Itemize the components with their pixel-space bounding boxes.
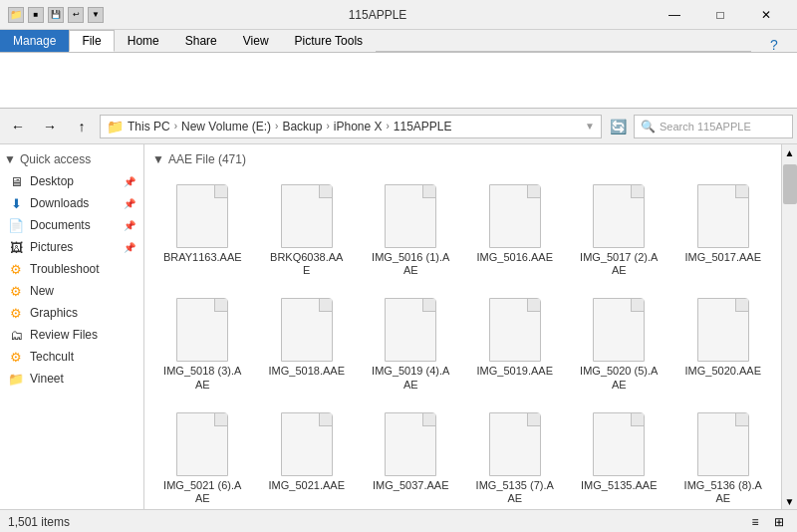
item-count: 1,501 items	[8, 515, 70, 529]
pin-icon-desktop: 📌	[124, 176, 135, 187]
file-name: IMG_5135 (7).AAE	[475, 479, 555, 505]
sidebar-label-troubleshoot: Troubleshoot	[30, 262, 100, 276]
title-bar-icons: 📁 ■ 💾 ↩ ▼	[8, 7, 104, 23]
forward-button[interactable]: →	[36, 113, 64, 140]
file-name: IMG_5019 (4).AAE	[371, 365, 450, 391]
file-page	[176, 298, 228, 362]
title-bar: 📁 ■ 💾 ↩ ▼ 115APPLE — □ ✕	[0, 0, 797, 30]
file-page	[281, 184, 333, 248]
list-view-button[interactable]: ≡	[745, 512, 765, 532]
window-title: 115APPLE	[104, 8, 652, 22]
file-page	[593, 184, 645, 248]
downloads-icon: ⬇	[8, 195, 24, 211]
file-name: IMG_5037.AAE	[373, 479, 448, 492]
folder-icon: 📁	[107, 119, 124, 134]
sidebar-item-pictures[interactable]: 🖼 Pictures 📌	[0, 236, 143, 258]
file-item[interactable]: IMG_5019 (4).AAE	[361, 288, 461, 398]
file-item[interactable]: IMG_5018 (3).AAE	[152, 288, 253, 398]
sidebar-item-documents[interactable]: 📄 Documents 📌	[0, 214, 143, 236]
file-icon	[589, 295, 649, 365]
documents-icon: 📄	[8, 217, 24, 233]
tab-share[interactable]: Share	[172, 30, 230, 52]
window-controls[interactable]: — □ ✕	[652, 0, 789, 30]
ribbon-content	[0, 52, 797, 108]
file-name: IMG_5019.AAE	[477, 365, 553, 378]
file-item[interactable]: BRKQ6038.AAE	[257, 174, 358, 284]
quick-access-label: Quick access	[20, 152, 91, 166]
file-page	[489, 412, 541, 476]
path-115apple[interactable]: 115APPLE	[394, 120, 452, 133]
file-page	[385, 298, 436, 362]
file-item[interactable]: IMG_5017 (2).AAE	[569, 174, 669, 284]
graphics-icon: ⚙	[8, 305, 24, 321]
content-area: ▼ AAE File (471) BRAY1163.AAE BRKQ6038.A…	[144, 144, 781, 509]
grid-view-button[interactable]: ⊞	[769, 512, 789, 532]
file-icon	[381, 181, 440, 251]
file-item[interactable]: IMG_5136 (8).AAE	[673, 402, 774, 509]
new-icon: ⚙	[8, 283, 24, 299]
save-icon: 💾	[48, 7, 64, 23]
file-item[interactable]: IMG_5135.AAE	[569, 402, 669, 509]
file-grid: BRAY1163.AAE BRKQ6038.AAE IMG_5016 (1).A…	[152, 174, 773, 509]
scroll-down-button[interactable]: ▼	[782, 493, 798, 509]
sidebar-label-new: New	[30, 284, 54, 298]
sidebar-item-troubleshoot[interactable]: ⚙ Troubleshoot	[0, 258, 143, 280]
tab-home[interactable]: Home	[115, 30, 172, 52]
sidebar-item-desktop[interactable]: 🖥 Desktop 📌	[0, 170, 143, 192]
sidebar-item-review-files[interactable]: 🗂 Review Files	[0, 324, 143, 346]
file-page	[697, 184, 749, 248]
search-box[interactable]: 🔍 Search 115APPLE	[634, 115, 793, 138]
file-name: BRKQ6038.AAE	[267, 251, 347, 277]
address-path[interactable]: 📁 This PC › New Volume (E:) › Backup › i…	[100, 115, 602, 138]
path-this-pc[interactable]: This PC	[128, 120, 170, 133]
file-name: IMG_5021.AAE	[269, 479, 345, 492]
up-button[interactable]: ↑	[68, 113, 96, 140]
help-button[interactable]: ?	[751, 30, 797, 60]
tab-file[interactable]: File	[69, 30, 114, 52]
tab-view[interactable]: View	[230, 30, 282, 52]
file-item[interactable]: IMG_5135 (7).AAE	[465, 402, 566, 509]
app-icon: 📁	[8, 7, 24, 23]
file-item[interactable]: BRAY1163.AAE	[152, 174, 253, 284]
file-item[interactable]: IMG_5020 (5).AAE	[569, 288, 669, 398]
file-item[interactable]: IMG_5018.AAE	[257, 288, 358, 398]
quick-access-icon: ■	[28, 7, 44, 23]
file-icon	[381, 295, 440, 365]
path-iphone-x[interactable]: iPhone X	[334, 120, 383, 133]
sidebar-item-downloads[interactable]: ⬇ Downloads 📌	[0, 192, 143, 214]
search-placeholder: Search 115APPLE	[660, 121, 751, 133]
scroll-up-button[interactable]: ▲	[782, 144, 798, 160]
file-item[interactable]: IMG_5016.AAE	[465, 174, 566, 284]
file-page	[176, 184, 228, 248]
vineet-icon: 📁	[8, 371, 24, 387]
file-item[interactable]: IMG_5021.AAE	[257, 402, 358, 509]
minimize-button[interactable]: —	[652, 0, 697, 30]
back-button[interactable]: ←	[4, 113, 32, 140]
file-item[interactable]: IMG_5019.AAE	[465, 288, 566, 398]
maximize-button[interactable]: □	[697, 0, 743, 30]
ribbon-tabs: Manage File Home Share View Picture Tool…	[0, 30, 797, 52]
scroll-thumb[interactable]	[783, 164, 797, 204]
sidebar-item-techcult[interactable]: ⚙ Techcult	[0, 346, 143, 368]
sidebar-item-new[interactable]: ⚙ New	[0, 280, 143, 302]
path-backup[interactable]: Backup	[282, 120, 322, 133]
tab-manage[interactable]: Manage	[0, 30, 69, 52]
file-name: IMG_5136 (8).AAE	[683, 479, 763, 505]
sidebar-item-vineet[interactable]: 📁 Vineet	[0, 368, 143, 390]
file-name: IMG_5018 (3).AAE	[162, 365, 242, 391]
tab-picture-tools[interactable]: Picture Tools	[282, 30, 376, 52]
file-item[interactable]: IMG_5020.AAE	[673, 288, 774, 398]
sidebar-item-graphics[interactable]: ⚙ Graphics	[0, 302, 143, 324]
file-item[interactable]: IMG_5017.AAE	[673, 174, 774, 284]
file-icon	[277, 295, 337, 365]
scrollbar[interactable]: ▲ ▼	[781, 144, 797, 509]
close-button[interactable]: ✕	[743, 0, 789, 30]
file-item[interactable]: IMG_5021 (6).AAE	[152, 402, 253, 509]
path-new-volume[interactable]: New Volume (E:)	[181, 120, 271, 133]
sidebar-section-quick-access[interactable]: ▼ Quick access	[0, 148, 143, 170]
file-item[interactable]: IMG_5037.AAE	[361, 402, 461, 509]
refresh-button[interactable]: 🔄	[606, 115, 630, 138]
file-item[interactable]: IMG_5016 (1).AAE	[361, 174, 461, 284]
content-header: ▼ AAE File (471)	[152, 148, 773, 174]
file-icon	[172, 181, 232, 251]
